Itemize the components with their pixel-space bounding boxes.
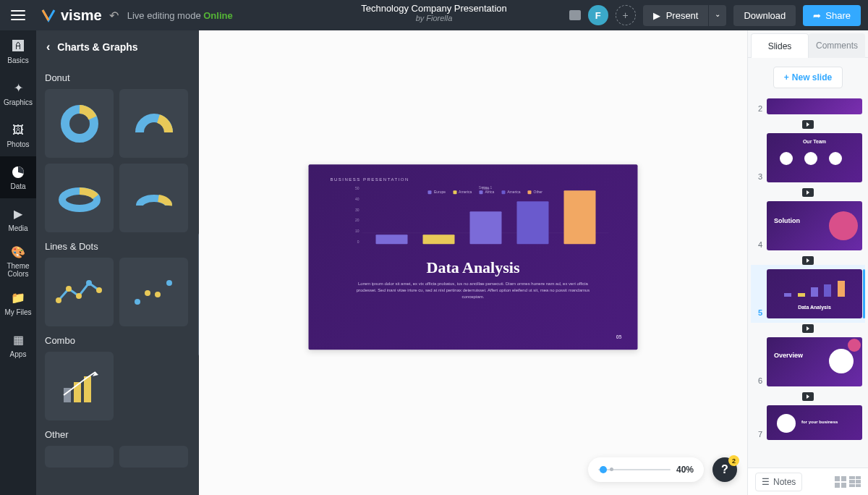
help-badge: 2 <box>728 455 739 466</box>
data-icon <box>11 165 25 179</box>
user-avatar[interactable]: F <box>588 5 608 25</box>
canvas-area[interactable]: BUSINESS PRESENTATION Title 50403020100 … <box>199 30 747 495</box>
graphics-icon: ✦ <box>11 81 25 96</box>
download-button[interactable]: Download <box>733 5 796 26</box>
new-slide-button[interactable]: +New slide <box>773 67 843 88</box>
category-lines-dots: Lines & Dots <box>45 241 190 252</box>
slide-page-number: 05 <box>616 334 622 339</box>
help-button[interactable]: ? 2 <box>712 457 737 482</box>
rail-basics[interactable]: 🅰Basics <box>0 30 36 72</box>
svg-rect-14 <box>84 376 91 402</box>
transition-icon[interactable] <box>802 324 814 333</box>
slide-body-text[interactable]: Lorem ipsum dolor sit amet, ex vix offic… <box>331 281 616 300</box>
svg-point-3 <box>56 297 61 303</box>
rail-graphics[interactable]: ✦Graphics <box>0 72 36 114</box>
chart-y-axis: 50403020100 <box>349 186 359 244</box>
notes-icon: ☰ <box>762 477 770 487</box>
view-list-icon[interactable] <box>849 476 861 488</box>
notes-button[interactable]: ☰ Notes <box>755 473 802 491</box>
transition-icon[interactable] <box>802 256 814 265</box>
bar-africa <box>469 212 501 245</box>
tab-comments[interactable]: Comments <box>809 33 865 58</box>
rail-theme-colors[interactable]: 🎨Theme Colors <box>0 240 36 282</box>
back-chevron-icon[interactable]: ‹ <box>46 41 50 54</box>
present-button[interactable]: ▶ Present <box>643 5 709 26</box>
thumb-row-6[interactable]: 6 Overview <box>751 333 865 391</box>
comment-icon[interactable] <box>569 10 581 20</box>
svg-point-5 <box>76 293 82 299</box>
svg-point-9 <box>145 290 150 296</box>
slide-heading[interactable]: Data Analysis <box>331 258 616 277</box>
svg-point-11 <box>166 280 172 286</box>
rail-my-files[interactable]: 📁My Files <box>0 282 36 324</box>
thumb-row-5[interactable]: 5 Data Analysis <box>751 265 865 323</box>
zoom-slider[interactable] <box>598 469 671 470</box>
chart-bars <box>362 186 609 244</box>
charts-side-panel: ‹ Charts & Graphs Donut Lines & Dots Com… <box>36 30 199 495</box>
zoom-control[interactable]: 40% <box>588 457 704 482</box>
transition-icon[interactable] <box>802 392 814 401</box>
thumb-5[interactable]: Data Analysis <box>767 269 862 318</box>
topbar: visme ↶ Live editing mode Online Technol… <box>0 0 868 30</box>
logo-text: visme <box>61 7 102 24</box>
present-dropdown[interactable]: ⌄ <box>709 5 726 26</box>
slide-overline: BUSINESS PRESENTATION <box>331 177 616 182</box>
slide-canvas[interactable]: BUSINESS PRESENTATION Title 50403020100 … <box>309 164 638 350</box>
thumb-7[interactable]: for your business <box>767 405 862 440</box>
panel-title: Charts & Graphs <box>57 41 137 53</box>
media-icon: ▶ <box>11 207 25 221</box>
rail-media[interactable]: ▶Media <box>0 198 36 240</box>
add-collaborator-button[interactable]: + <box>616 5 636 25</box>
transition-icon[interactable] <box>802 120 814 129</box>
svg-point-8 <box>135 299 140 305</box>
photos-icon: 🖼 <box>11 123 25 138</box>
thumb-2[interactable] <box>767 98 862 114</box>
svg-point-4 <box>66 286 72 292</box>
rail-data[interactable]: Data <box>0 156 36 198</box>
chart-tile-other-2[interactable] <box>119 446 188 468</box>
category-combo: Combo <box>45 335 190 346</box>
chart-tile-donut-half-3d[interactable] <box>119 164 188 232</box>
bar-america-2 <box>516 201 548 244</box>
transition-icon[interactable] <box>802 188 814 197</box>
thumb-row-3[interactable]: 3 Our Team <box>751 129 865 187</box>
left-rail: 🅰Basics ✦Graphics 🖼Photos Data ▶Media 🎨T… <box>0 30 36 495</box>
zoom-value: 40% <box>676 465 694 475</box>
view-grid-icon[interactable] <box>835 476 846 488</box>
hamburger-menu[interactable] <box>0 10 36 20</box>
share-icon: ➦ <box>813 10 821 21</box>
category-other: Other <box>45 429 190 440</box>
zoom-marker <box>610 468 613 471</box>
visme-logo[interactable]: visme <box>41 7 102 24</box>
bar-america-1 <box>422 235 454 245</box>
chart-tile-scatter[interactable] <box>119 258 188 326</box>
hamburger-icon <box>11 10 25 20</box>
thumb-3[interactable]: Our Team <box>767 133 862 182</box>
svg-point-10 <box>155 292 161 297</box>
chart-tile-combo[interactable] <box>45 352 114 420</box>
thumb-6[interactable]: Overview <box>767 337 862 386</box>
slide-thumbnails: 2 3 Our Team 4 Solution <box>748 94 868 468</box>
thumb-row-7[interactable]: 7 for your business <box>751 401 865 444</box>
rail-photos[interactable]: 🖼Photos <box>0 114 36 156</box>
category-donut: Donut <box>45 72 190 83</box>
document-title[interactable]: Technology Company Presentation by Fiore… <box>361 3 507 22</box>
chart-tile-donut-half[interactable] <box>119 89 188 158</box>
zoom-thumb[interactable] <box>600 466 607 473</box>
chart-tile-line[interactable] <box>45 258 114 326</box>
thumb-4[interactable]: Solution <box>767 201 862 250</box>
chart-tile-other-1[interactable] <box>45 446 114 468</box>
slide-chart[interactable]: Title 50403020100 Series 1 Europe Americ… <box>362 186 609 253</box>
rail-apps[interactable]: ▦Apps <box>0 324 36 366</box>
thumb-row-2[interactable]: 2 <box>751 94 865 119</box>
files-icon: 📁 <box>11 291 25 305</box>
undo-icon[interactable]: ↶ <box>109 9 119 22</box>
tab-slides[interactable]: Slides <box>751 33 809 58</box>
chart-tile-donut-full[interactable] <box>45 89 114 158</box>
thumb-row-4[interactable]: 4 Solution <box>751 197 865 255</box>
chart-tile-donut-3d[interactable] <box>45 164 114 232</box>
share-button[interactable]: ➦ Share <box>803 5 861 26</box>
svg-point-7 <box>96 287 102 293</box>
edit-mode-status: Live editing mode Online <box>127 10 233 21</box>
basics-icon: 🅰 <box>11 39 25 54</box>
